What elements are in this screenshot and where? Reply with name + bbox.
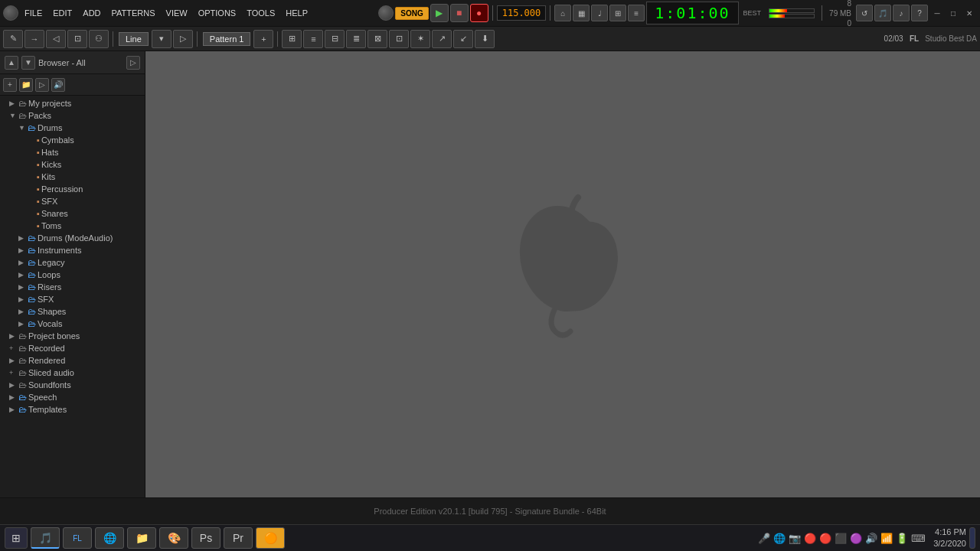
sidebar: ▲ ▼ Browser - All ▷ + 📁 ▷ 🔊 ▶ 🗁 My proje… xyxy=(0,51,145,497)
sidebar-item-loops[interactable]: ▶ 🗁 Loops xyxy=(0,269,145,281)
snap-btn2[interactable]: ↙ xyxy=(453,30,473,48)
sidebar-item-my-projects[interactable]: ▶ 🗁 My projects xyxy=(0,97,145,109)
folder-icon-kicks: ▪ xyxy=(37,160,40,169)
help-button[interactable]: ? xyxy=(911,5,928,21)
refresh-button[interactable]: ↺ xyxy=(856,5,873,21)
sidebar-item-soundfonts[interactable]: ▶ 🗁 Soundfonts xyxy=(0,379,145,391)
snap-button[interactable]: ⌂ xyxy=(554,5,571,21)
mixer-button[interactable]: ▦ xyxy=(573,5,590,21)
plugin-btn[interactable]: ⊡ xyxy=(389,30,409,48)
auto-btn[interactable]: ↗ xyxy=(432,30,452,48)
sidebar-item-project-bones[interactable]: ▶ 🗁 Project bones xyxy=(0,330,145,342)
menu-options[interactable]: OPTIONS xyxy=(194,5,241,21)
maximize-button[interactable]: □ xyxy=(946,7,961,19)
close-button[interactable]: ✕ xyxy=(962,7,977,19)
sidebar-item-sliced-audio[interactable]: + 🗁 Sliced audio xyxy=(0,367,145,379)
tray-speaker: 🔊 xyxy=(865,533,877,544)
taskbar-app-paint[interactable]: 🎨 xyxy=(159,527,188,549)
sidebar-volume-button[interactable]: 🔊 xyxy=(51,78,65,92)
sidebar-item-shapes[interactable]: ▶ 🗁 Shapes xyxy=(0,305,145,318)
tree-label-packs: Packs xyxy=(28,111,51,120)
sidebar-item-hats[interactable]: ▪ Hats xyxy=(0,146,145,158)
sidebar-item-rendered[interactable]: ▶ 🗁 Rendered xyxy=(0,354,145,367)
taskbar-app-fl[interactable]: 🎵 xyxy=(31,527,60,549)
sidebar-item-drums-modeaudio[interactable]: ▶ 🗁 Drums (ModeAudio) xyxy=(0,232,145,244)
sidebar-item-drums[interactable]: ▼ 🗁 Drums xyxy=(0,122,145,134)
step-btn[interactable]: ⊟ xyxy=(325,30,345,48)
step-seq-button[interactable]: ⊞ xyxy=(609,5,626,21)
taskbar-app-premiere[interactable]: Pr xyxy=(224,527,253,549)
menu-patterns[interactable]: PATTERNS xyxy=(107,5,160,21)
menu-file[interactable]: FILE xyxy=(20,5,47,21)
line-right[interactable]: ▷ xyxy=(173,30,193,48)
folder-icon-toms: ▪ xyxy=(37,221,40,230)
sidebar-item-instruments[interactable]: ▶ 🗁 Instruments xyxy=(0,244,145,256)
render-btn[interactable]: ⬇ xyxy=(475,30,495,48)
sidebar-folder-button[interactable]: 📁 xyxy=(19,78,33,92)
sidebar-item-templates[interactable]: ▶ 🗁 Templates xyxy=(0,403,145,416)
master-volume-knob[interactable] xyxy=(378,5,394,21)
play-button[interactable]: ▶ xyxy=(430,4,449,22)
zoom-button[interactable]: ⚇ xyxy=(89,30,109,48)
nav-up-button[interactable]: ▲ xyxy=(5,56,18,70)
sidebar-item-kits[interactable]: ▪ Kits xyxy=(0,171,145,183)
menu-tools[interactable]: TOOLS xyxy=(242,5,279,21)
record-button[interactable]: ● xyxy=(470,4,488,22)
taskbar-clock[interactable]: 4:16 PM 3/2/2020 xyxy=(933,527,966,550)
nav-down-button[interactable]: ▼ xyxy=(21,56,35,70)
taskbar-app-explorer[interactable]: 📁 xyxy=(127,527,156,549)
smear-button[interactable]: → xyxy=(24,30,44,48)
audio-button[interactable]: 🎵 xyxy=(874,5,891,21)
erase-button[interactable]: ◁ xyxy=(46,30,66,48)
sidebar-item-percussion[interactable]: ▪ Percussion xyxy=(0,183,145,195)
folder-icon-instruments: 🗁 xyxy=(28,246,36,255)
tray-keyboard: ⌨ xyxy=(911,533,926,544)
separator xyxy=(492,5,493,21)
taskbar-app-fl2[interactable]: FL xyxy=(63,527,92,549)
sidebar-item-sfx[interactable]: ▪ SFX xyxy=(0,195,145,207)
content-area xyxy=(145,51,980,497)
taskbar-app-orange[interactable]: 🟠 xyxy=(256,527,285,549)
select-button[interactable]: ⊡ xyxy=(67,30,87,48)
bpm-display[interactable]: 115.000 xyxy=(497,5,547,21)
menu-add[interactable]: ADD xyxy=(78,5,105,21)
minimize-button[interactable]: ─ xyxy=(929,7,945,19)
sidebar-item-toms[interactable]: ▪ Toms xyxy=(0,220,145,232)
channel-btn[interactable]: ⊠ xyxy=(368,30,387,48)
sidebar-item-risers[interactable]: ▶ 🗁 Risers xyxy=(0,281,145,293)
sidebar-add-button[interactable]: + xyxy=(3,78,17,92)
piano-roll-button[interactable]: ♩ xyxy=(591,5,608,21)
menu-view[interactable]: VIEW xyxy=(162,5,192,21)
playlist-btn[interactable]: ⊞ xyxy=(282,30,302,48)
sidebar-preview-button[interactable]: ▷ xyxy=(35,78,49,92)
sidebar-item-legacy[interactable]: ▶ 🗁 Legacy xyxy=(0,256,145,269)
sidebar-item-recorded[interactable]: + 🗁 Recorded xyxy=(0,342,145,354)
sidebar-item-packs[interactable]: ▼ 🗁 Packs xyxy=(0,109,145,122)
start-button[interactable]: ⊞ xyxy=(5,527,28,549)
effect-btn[interactable]: ✶ xyxy=(410,30,430,48)
menu-help[interactable]: HELP xyxy=(281,5,312,21)
add-pattern-button[interactable]: + xyxy=(253,30,273,48)
folder-icon-risers: 🗁 xyxy=(28,282,36,292)
sidebar-item-vocals[interactable]: ▶ 🗁 Vocals xyxy=(0,318,145,330)
piano-btn[interactable]: ≡ xyxy=(303,30,323,48)
sidebar-item-speech[interactable]: ▶ 🗁 Speech xyxy=(0,391,145,403)
taskbar-app-ps[interactable]: Ps xyxy=(191,527,220,549)
sidebar-item-cymbals[interactable]: ▪ Cymbals xyxy=(0,134,145,146)
song-mode-button[interactable]: SONG xyxy=(395,7,428,20)
draw-button[interactable]: ✎ xyxy=(3,30,23,48)
sidebar-item-kicks[interactable]: ▪ Kicks xyxy=(0,158,145,171)
sidebar-item-sfx2[interactable]: ▶ 🗁 SFX xyxy=(0,293,145,305)
midi-button[interactable]: ♪ xyxy=(893,5,910,21)
mixer-btn2[interactable]: ≣ xyxy=(346,30,366,48)
line-dropdown[interactable]: ▾ xyxy=(152,30,172,48)
menu-edit[interactable]: EDIT xyxy=(48,5,77,21)
sidebar-item-snares[interactable]: ▪ Snares xyxy=(0,207,145,220)
browser-button[interactable]: ≡ xyxy=(628,5,645,21)
browser-expand[interactable]: ▷ xyxy=(126,56,140,70)
tree-label-my-projects: My projects xyxy=(28,99,71,108)
taskbar-app-browser[interactable]: 🌐 xyxy=(95,527,124,549)
show-desktop-button[interactable] xyxy=(969,527,975,549)
sep5 xyxy=(197,31,198,47)
stop-button[interactable]: ■ xyxy=(450,4,469,22)
